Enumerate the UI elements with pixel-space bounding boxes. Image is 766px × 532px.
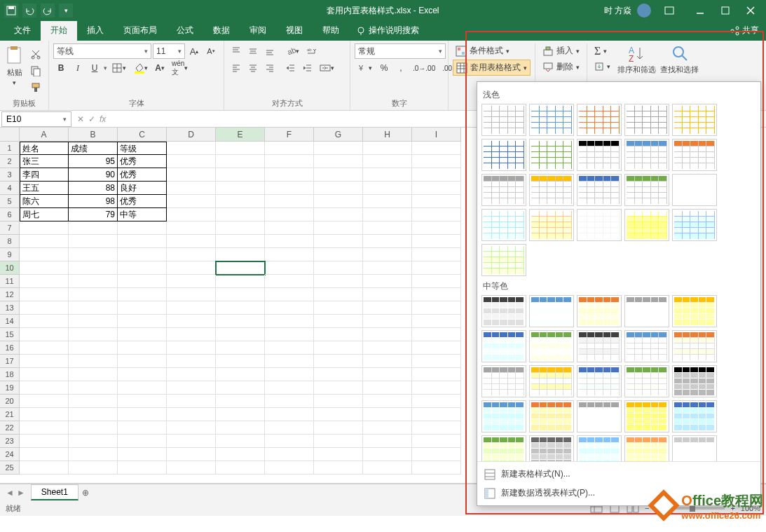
cell[interactable] [216,368,265,381]
cell[interactable] [412,275,461,288]
ribbon-display-options[interactable] [657,0,682,21]
table-style-thumb[interactable] [577,104,622,136]
cell[interactable] [216,328,265,341]
cell[interactable] [265,408,314,421]
name-box[interactable]: E10▾ [1,111,71,127]
cell[interactable] [69,221,118,235]
cell[interactable] [167,235,216,248]
cell[interactable] [167,408,216,421]
cell[interactable] [20,461,69,475]
cell[interactable] [216,142,265,155]
insert-cells-button[interactable]: 插入 ▾ [540,43,582,58]
cell[interactable] [20,408,69,421]
cell[interactable]: 优秀 [118,195,167,208]
cell[interactable] [412,195,461,208]
table-style-thumb[interactable] [529,400,574,432]
wrap-text-button[interactable]: ab [303,43,320,59]
cell[interactable] [167,248,216,261]
align-left-button[interactable] [228,60,244,76]
cell[interactable] [265,235,314,248]
cell[interactable] [314,155,363,168]
cell[interactable] [118,328,167,341]
cell[interactable]: 成绩 [69,142,118,155]
cell[interactable] [216,261,265,275]
row-header[interactable]: 5 [0,195,20,208]
cell[interactable] [265,301,314,315]
cell[interactable] [412,461,461,475]
align-middle-button[interactable] [245,43,261,59]
cell[interactable]: 周七 [20,208,69,221]
cell[interactable] [412,435,461,448]
cell[interactable] [412,421,461,435]
cell[interactable] [167,195,216,208]
cell[interactable] [69,435,118,448]
table-style-thumb[interactable] [481,330,526,362]
row-header[interactable]: 13 [0,301,20,315]
tab-formulas[interactable]: 公式 [167,20,203,41]
comma-button[interactable]: , [393,60,409,76]
table-style-thumb[interactable] [529,139,574,171]
column-header[interactable]: B [69,128,118,142]
cell[interactable] [69,395,118,408]
cell[interactable] [412,328,461,341]
cell[interactable] [265,261,314,275]
cell[interactable] [118,408,167,421]
cell[interactable] [412,248,461,261]
cell[interactable] [167,355,216,368]
table-style-thumb[interactable] [624,209,669,241]
row-header[interactable]: 17 [0,355,20,368]
row-header[interactable]: 10 [0,261,20,275]
new-sheet-button[interactable]: ⊕ [78,488,93,498]
cell[interactable] [167,341,216,355]
cell[interactable] [314,288,363,301]
cell[interactable] [118,315,167,328]
select-all-corner[interactable] [0,128,20,142]
cell[interactable] [412,168,461,182]
paste-button[interactable]: 粘贴 ▾ [4,43,25,86]
increase-font-button[interactable]: A▴ [186,43,202,59]
cell[interactable] [314,461,363,475]
cell[interactable] [265,221,314,235]
align-right-button[interactable] [262,60,278,76]
cell[interactable] [167,261,216,275]
cell[interactable] [314,435,363,448]
align-center-button[interactable] [245,60,261,76]
cell[interactable]: 88 [69,182,118,195]
cell[interactable] [265,168,314,182]
cell[interactable] [20,421,69,435]
increase-decimal-button[interactable]: .0→.00 [410,60,438,76]
cell[interactable] [363,421,412,435]
number-format-combo[interactable]: 常规▾ [355,43,446,59]
cell[interactable] [363,301,412,315]
cell[interactable] [20,261,69,275]
minimize-button[interactable] [688,0,713,21]
row-header[interactable]: 20 [0,395,20,408]
cell[interactable]: 李四 [20,168,69,182]
cell[interactable] [69,448,118,461]
cell[interactable] [412,288,461,301]
cell[interactable] [412,221,461,235]
table-style-thumb[interactable] [672,330,717,362]
tab-help[interactable]: 帮助 [313,20,349,41]
column-header[interactable]: A [20,128,69,142]
table-style-thumb[interactable] [672,295,717,327]
cell[interactable]: 优秀 [118,155,167,168]
save-button[interactable] [4,4,18,18]
cut-button[interactable] [27,46,44,62]
cell[interactable]: 张三 [20,155,69,168]
cell[interactable] [265,341,314,355]
cell[interactable] [216,195,265,208]
tab-home[interactable]: 开始 [41,20,77,41]
cell[interactable] [363,288,412,301]
table-style-thumb[interactable] [577,330,622,362]
tab-data[interactable]: 数据 [203,20,240,41]
cell[interactable] [216,221,265,235]
decrease-indent-button[interactable] [283,60,299,76]
enter-formula-button[interactable]: ✓ [88,114,95,124]
cell[interactable] [69,421,118,435]
cell[interactable] [314,195,363,208]
cell[interactable] [69,315,118,328]
cell[interactable]: 陈六 [20,195,69,208]
cell[interactable] [167,448,216,461]
orientation-button[interactable]: ab▾ [283,43,302,59]
